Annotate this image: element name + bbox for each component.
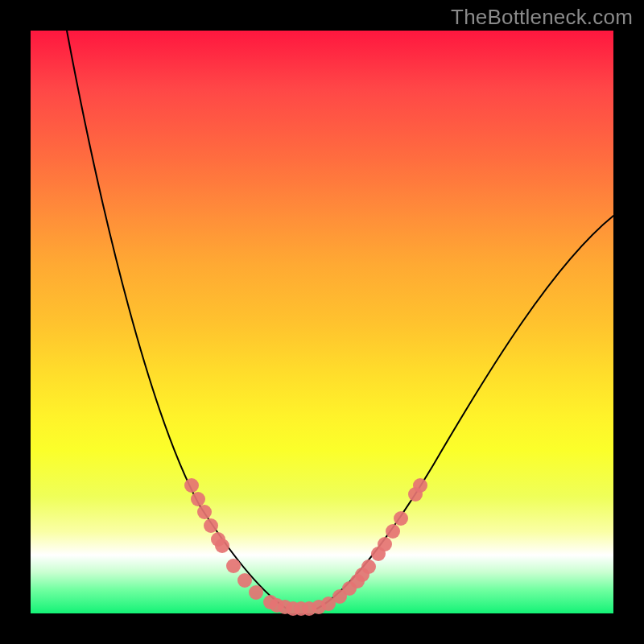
data-point bbox=[413, 478, 427, 493]
chart-frame: TheBottleneck.com bbox=[0, 0, 644, 644]
data-point bbox=[197, 505, 212, 519]
data-point bbox=[249, 585, 263, 600]
chart-svg bbox=[31, 31, 613, 613]
left-curve bbox=[67, 31, 287, 609]
data-point bbox=[378, 537, 392, 551]
data-point bbox=[237, 573, 252, 588]
data-point bbox=[226, 559, 241, 573]
watermark-text: TheBottleneck.com bbox=[451, 5, 633, 30]
data-point bbox=[394, 511, 408, 526]
plot-area bbox=[31, 31, 613, 613]
data-point bbox=[184, 478, 199, 493]
data-points bbox=[184, 478, 427, 616]
data-point bbox=[204, 518, 218, 533]
data-point bbox=[191, 492, 205, 506]
data-point bbox=[361, 559, 376, 574]
right-curve bbox=[317, 216, 613, 609]
data-point bbox=[386, 524, 400, 539]
data-point bbox=[215, 539, 229, 553]
